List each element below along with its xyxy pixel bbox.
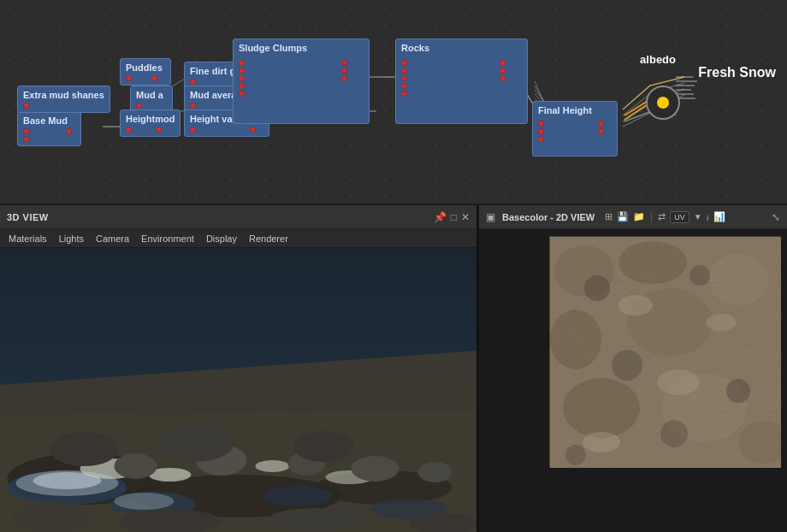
- panel-2d-controls: ⊞ 💾 📁 ⇄ UV ▼ i 📊: [605, 211, 725, 223]
- menu-materials[interactable]: Materials: [3, 232, 52, 245]
- new-window-icon[interactable]: ⊞: [605, 211, 612, 222]
- node-heightmod[interactable]: Heightmod: [120, 109, 180, 137]
- maximize-button[interactable]: □: [451, 211, 457, 223]
- node-puddles[interactable]: Puddles: [120, 58, 171, 86]
- bottom-panels: 3D VIEW 📌 □ ✕ Materials Lights Camera En…: [0, 205, 787, 532]
- arrows-icon[interactable]: ⇄: [658, 211, 666, 222]
- svg-point-19: [115, 453, 157, 479]
- albedo-label: albedo: [640, 53, 676, 66]
- folder-icon[interactable]: 📁: [633, 211, 645, 222]
- panel-2d-header: ▣ Basecolor - 2D VIEW ⊞ 💾 📁 ⇄ UV ▼ i 📊 ⤡: [479, 205, 787, 229]
- menu-camera[interactable]: Camera: [91, 232, 134, 245]
- pin-button[interactable]: 📌: [434, 211, 447, 223]
- node-graph[interactable]: Base Mud Extra mud shanes Puddles Mud a: [0, 0, 787, 205]
- panel-3d-header: 3D VIEW 📌 □ ✕: [0, 205, 476, 229]
- node-sludge-clumps[interactable]: Sludge Clumps: [233, 38, 370, 124]
- view-2d-content[interactable]: [479, 229, 787, 532]
- panel-2d-title: Basecolor - 2D VIEW: [502, 212, 595, 222]
- maximize-2d-button[interactable]: ⤡: [772, 211, 780, 223]
- menu-environment[interactable]: Environment: [136, 232, 199, 245]
- node-albedo-dot[interactable]: [646, 86, 680, 120]
- close-3d-button[interactable]: ✕: [461, 211, 470, 223]
- node-rocks[interactable]: Rocks: [395, 38, 528, 124]
- texture-thumbnail: [549, 236, 780, 467]
- node-extra-mud[interactable]: Extra mud shanes: [17, 86, 110, 113]
- panel-3d-controls: 📌 □ ✕: [434, 211, 470, 223]
- chart-icon[interactable]: 📊: [713, 211, 725, 222]
- menu-lights[interactable]: Lights: [54, 232, 89, 245]
- uv-badge[interactable]: UV: [670, 211, 689, 223]
- fresh-snow-label: Fresh Snow: [698, 65, 776, 80]
- svg-point-26: [294, 431, 354, 462]
- svg-point-10: [264, 486, 333, 506]
- svg-rect-52: [550, 237, 781, 468]
- save-icon[interactable]: 💾: [617, 211, 629, 222]
- svg-point-24: [50, 432, 119, 466]
- svg-point-22: [352, 456, 399, 482]
- node-final-height[interactable]: Final Height: [532, 101, 618, 157]
- view-3d-canvas[interactable]: [0, 248, 476, 532]
- divider: [651, 212, 652, 222]
- svg-point-14: [115, 493, 175, 510]
- info-icon[interactable]: i: [707, 212, 709, 222]
- panel-2d-view: ▣ Basecolor - 2D VIEW ⊞ 💾 📁 ⇄ UV ▼ i 📊 ⤡: [479, 205, 787, 532]
- panel-icon: ▣: [486, 211, 495, 223]
- menu-bar-3d: Materials Lights Camera Environment Disp…: [0, 229, 476, 248]
- svg-point-17: [256, 460, 290, 472]
- node-base-mud[interactable]: Base Mud: [17, 111, 81, 146]
- svg-point-27: [12, 502, 89, 532]
- panel-3d-view: 3D VIEW 📌 □ ✕ Materials Lights Camera En…: [0, 205, 479, 532]
- svg-point-23: [418, 462, 453, 482]
- menu-display[interactable]: Display: [201, 232, 242, 245]
- svg-point-29: [269, 508, 363, 532]
- panel-3d-title: 3D VIEW: [7, 212, 49, 222]
- terrain-svg: [0, 248, 476, 532]
- menu-renderer[interactable]: Renderer: [244, 232, 293, 245]
- dropdown-arrow[interactable]: ▼: [694, 212, 702, 222]
- svg-point-25: [157, 424, 234, 462]
